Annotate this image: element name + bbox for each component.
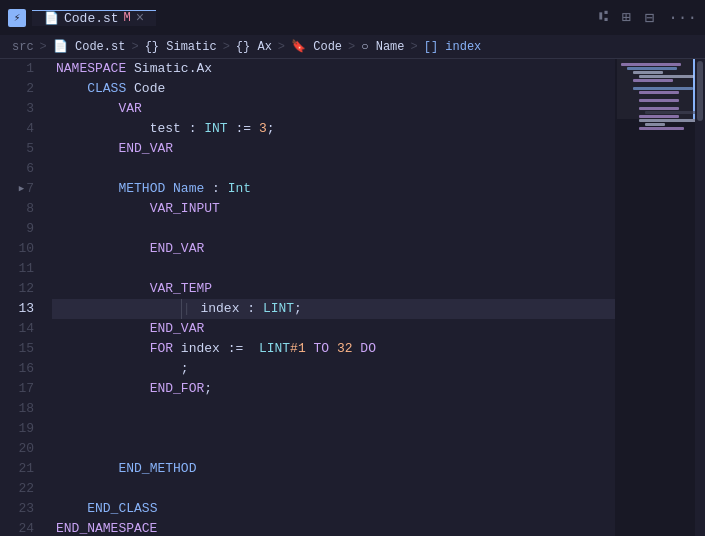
kw-endvar-3: END_VAR [150,319,205,339]
kw-endnamespace: END_NAMESPACE [56,519,157,536]
ln-2: 2 [0,79,44,99]
class-name: Code [134,79,165,99]
code-line-11 [52,259,615,279]
code-line-17: END_FOR; [52,379,615,399]
type-lint: LINT [263,299,294,319]
source-control-icon[interactable]: ⑆ [599,9,608,26]
ln-20: 20 [0,439,44,459]
kw-varinput: VAR_INPUT [150,199,220,219]
tab-bar: 📄 Code.st M × [32,10,156,26]
code-line-5: END_VAR [52,139,615,159]
code-line-7: METHOD Name : Int [52,179,615,199]
breadcrumb: src > 📄 Code.st > {} Simatic > {} Ax > 🔖… [0,35,705,59]
code-line-4: test : INT := 3; [52,119,615,139]
scrollbar-thumb[interactable] [697,61,703,121]
type-int: INT [204,119,227,139]
kw-endclass: END_CLASS [87,499,157,519]
ln-6: 6 [0,159,44,179]
kw-var: VAR [118,99,141,119]
bc-simatic[interactable]: {} Simatic [145,40,217,54]
code-line-16: ; [52,359,615,379]
file-icon: 📄 [44,11,59,26]
num-3: 3 [259,119,267,139]
bc-sep-1: > [40,40,47,54]
semicolon: ; [181,359,189,379]
ln-12: 12 [0,279,44,299]
bc-sep-3: > [223,40,230,54]
ln-7: ▶7 [0,179,44,199]
bc-src[interactable]: src [12,40,34,54]
code-line-22 [52,479,615,499]
bc-code[interactable]: 🔖 Code [291,39,342,54]
ln-19: 19 [0,419,44,439]
ln-3: 3 [0,99,44,119]
code-line-3: VAR [52,99,615,119]
extensions-icon[interactable]: ⊞ [622,8,631,27]
code-line-12: VAR_TEMP [52,279,615,299]
ln-16: 16 [0,359,44,379]
code-line-13: | index : LINT; [52,299,615,319]
ln-23: 23 [0,499,44,519]
line-numbers: 1 2 3 4 5 6 ▶7 8 9 10 11 12 13 14 15 16 … [0,59,52,536]
bc-ax[interactable]: {} Ax [236,40,272,54]
minimap [615,59,695,536]
bc-name[interactable]: ○ Name [361,40,404,54]
kw-method: METHOD [118,179,165,199]
code-line-21: END_METHOD [52,459,615,479]
code-line-1: NAMESPACE Simatic.Ax [52,59,615,79]
ln-8: 8 [0,199,44,219]
code-line-18 [52,399,615,419]
ln-9: 9 [0,219,44,239]
tab-modified: M [124,11,131,25]
vertical-scrollbar[interactable] [695,59,705,536]
code-line-15: FOR index := LINT#1 TO 32 DO [52,339,615,359]
kw-namespace: NAMESPACE [56,59,126,79]
code-line-8: VAR_INPUT [52,199,615,219]
tab-close-button[interactable]: × [136,11,144,25]
code-line-10: END_VAR [52,239,615,259]
ln-14: 14 [0,319,44,339]
bc-sep-4: > [278,40,285,54]
method-name: Name [173,179,204,199]
bc-index[interactable]: [] index [424,40,482,54]
bc-sep-5: > [348,40,355,54]
kw-endvar-2: END_VAR [150,239,205,259]
tab-filename: Code.st [64,11,119,26]
num-hashone: #1 [290,339,306,359]
code-line-9 [52,219,615,239]
kw-endfor: END_FOR [150,379,205,399]
bc-file[interactable]: 📄 Code.st [53,39,126,54]
ln-21: 21 [0,459,44,479]
kw-class: CLASS [87,79,126,99]
code-editor[interactable]: NAMESPACE Simatic.Ax CLASS Code VAR test… [52,59,615,536]
ln-1: 1 [0,59,44,79]
bc-sep-6: > [411,40,418,54]
var-test: test [150,119,181,139]
title-bar: ⚡ 📄 Code.st M × ⑆ ⊞ ⊟ ··· [0,0,705,35]
code-line-6 [52,159,615,179]
indent-pipe: | [181,299,191,319]
kw-for: FOR [150,339,173,359]
kw-vartemp: VAR_TEMP [150,279,212,299]
ln-4: 4 [0,119,44,139]
active-tab[interactable]: 📄 Code.st M × [32,10,156,26]
type-int-ret: Int [228,179,251,199]
code-line-19 [52,419,615,439]
more-icon[interactable]: ··· [668,9,697,27]
app-icon: ⚡ [8,9,26,27]
ln-18: 18 [0,399,44,419]
layout-icon[interactable]: ⊟ [645,8,655,28]
code-line-14: END_VAR [52,319,615,339]
kw-endvar-1: END_VAR [118,139,173,159]
ln-13: 13 [0,299,44,319]
ln-5: 5 [0,139,44,159]
ln-17: 17 [0,379,44,399]
ns-name: Simatic.Ax [134,59,212,79]
type-lint2: LINT [259,339,290,359]
code-line-20 [52,439,615,459]
ln-11: 11 [0,259,44,279]
ln-24: 24 [0,519,44,536]
num-32: 32 [337,339,353,359]
kw-endmethod: END_METHOD [118,459,196,479]
ln-15: 15 [0,339,44,359]
